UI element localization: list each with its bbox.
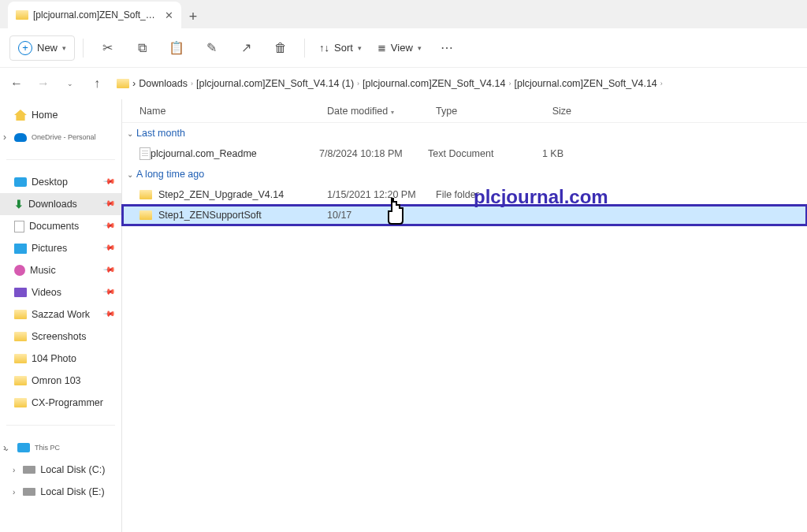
sidebar-onedrive[interactable]: OneDrive - Personal [0,126,121,148]
desktop-icon [14,177,27,187]
up-button[interactable]: ↑ [85,72,109,95]
sidebar-drive-e[interactable]: ›Local Disk (E:) [0,481,121,503]
folder-icon [117,79,129,88]
sidebar: Home OneDrive - Personal Desktop📌 ⬇Downl… [0,99,122,532]
sidebar-folder[interactable]: Omron 103 [0,370,121,392]
sidebar-videos[interactable]: Videos📌 [0,281,121,303]
folder-icon [14,376,27,385]
copy-icon[interactable]: ⧉ [126,32,158,64]
pin-icon: 📌 [103,218,120,235]
pictures-icon [14,244,27,254]
text-file-icon [139,147,151,160]
drive-icon [23,488,35,496]
file-list: Name Date modified ▾ Type Size ⌄Last mon… [122,99,807,532]
tab-bar: [plcjournal.com]ZEN_Soft_V4... ✕ + [0,0,807,28]
delete-icon[interactable]: 🗑 [265,32,296,64]
cut-icon[interactable]: ✂ [91,32,123,64]
active-tab[interactable]: [plcjournal.com]ZEN_Soft_V4... ✕ [8,2,181,28]
pin-icon: 📌 [103,307,120,323]
pin-icon: 📌 [103,196,120,213]
chevron-down-icon: ▾ [358,44,362,52]
music-icon [14,265,25,276]
more-icon[interactable]: ⋯ [431,32,463,64]
rename-icon[interactable]: ✎ [195,32,227,64]
chevron-down-icon: ▾ [62,44,66,52]
paste-icon[interactable]: 📋 [161,32,192,64]
share-icon[interactable]: ↗ [230,32,262,64]
close-icon[interactable]: ✕ [165,9,173,21]
new-button[interactable]: + New ▾ [9,35,75,61]
folder-icon [139,210,152,220]
sidebar-documents[interactable]: Documents📌 [0,215,121,237]
column-size[interactable]: Size [518,106,579,117]
recent-button[interactable]: ⌄ [58,72,82,95]
sidebar-folder[interactable]: CX-Programmer [0,392,121,414]
sidebar-drive-c[interactable]: ›Local Disk (C:) [0,459,121,481]
view-button[interactable]: ≣ View ▾ [371,42,428,54]
sidebar-home[interactable]: Home [0,104,121,126]
tab-title: [plcjournal.com]ZEN_Soft_V4... [33,9,160,20]
column-type[interactable]: Type [436,106,518,117]
pin-icon: 📌 [103,174,120,191]
sidebar-desktop[interactable]: Desktop📌 [0,171,121,193]
view-icon: ≣ [377,42,386,54]
sort-icon: ↑↓ [319,42,329,54]
forward-button[interactable]: → [32,72,55,95]
cloud-icon [14,133,27,142]
chevron-down-icon: ▾ [418,44,422,52]
plus-circle-icon: + [18,41,32,55]
chevron-down-icon: ⌄ [127,170,133,179]
breadcrumb[interactable]: › Downloads› [plcjournal.com]ZEN_Soft_V4… [112,73,802,95]
home-icon [14,110,27,121]
column-name[interactable]: Name [139,106,327,117]
sidebar-folder[interactable]: 104 Photo [0,348,121,370]
column-date[interactable]: Date modified ▾ [327,106,436,117]
back-button[interactable]: ← [5,72,28,95]
pin-icon: 📌 [103,240,120,257]
group-long-ago[interactable]: ⌄A long time ago [122,164,807,184]
drive-icon [23,466,35,474]
sidebar-music[interactable]: Music📌 [0,259,121,281]
view-label: View [391,42,413,54]
toolbar: + New ▾ ✂ ⧉ 📋 ✎ ↗ 🗑 ↑↓ Sort ▾ ≣ View ▾ ⋯ [0,28,807,68]
folder-icon [16,10,28,20]
crumb-item[interactable]: [plcjournal.com]ZEN_Soft_V4.14› [363,78,511,89]
sidebar-pictures[interactable]: Pictures📌 [0,237,121,259]
navigation-bar: ← → ⌄ ↑ › Downloads› [plcjournal.com]ZEN… [0,68,807,99]
new-label: New [37,42,58,54]
pin-icon: 📌 [103,262,120,279]
sidebar-downloads[interactable]: ⬇Downloads📌 [0,193,121,215]
group-last-month[interactable]: ⌄Last month [122,123,807,143]
sidebar-folder[interactable]: Sazzad Work📌 [0,303,121,326]
chevron-down-icon: ▾ [389,109,394,116]
document-icon [14,221,24,233]
file-row-readme[interactable]: plcjournal.com_Readme 7/8/2024 10:18 PM … [122,143,807,164]
crumb-item[interactable]: [plcjournal.com]ZEN_Soft_V4.14› [514,78,662,89]
download-icon: ⬇ [14,198,24,210]
sidebar-folder[interactable]: Screenshots [0,326,121,348]
folder-icon [14,310,27,319]
file-row-step1[interactable]: Step1_ZENSupportSoft 10/17 [122,205,807,225]
sidebar-this-pc[interactable]: ⌄This PC [0,437,121,459]
sort-button[interactable]: ↑↓ Sort ▾ [313,42,368,54]
pointer-cursor-icon [382,197,409,235]
body: Home OneDrive - Personal Desktop📌 ⬇Downl… [0,99,807,532]
separator [83,39,84,58]
add-tab-button[interactable]: + [181,5,205,28]
video-icon [14,288,27,297]
chevron-down-icon: ⌄ [127,129,133,138]
folder-icon [139,190,152,199]
file-row-step2[interactable]: Step2_ZEN_Upgrade_V4.14 1/15/2021 12:20 … [122,184,807,205]
crumb-item[interactable]: Downloads› [139,78,193,89]
watermark-text: plcjournal.com [474,186,608,208]
sort-label: Sort [334,42,353,54]
folder-icon [14,354,27,363]
crumb-item[interactable]: [plcjournal.com]ZEN_Soft_V4.14 (1)› [196,78,359,89]
column-headers: Name Date modified ▾ Type Size [122,99,807,123]
separator [304,39,305,58]
chevron-right-icon: › [132,78,136,89]
computer-icon [17,443,30,452]
folder-icon [14,332,27,341]
folder-icon [14,398,27,407]
pin-icon: 📌 [103,285,120,301]
